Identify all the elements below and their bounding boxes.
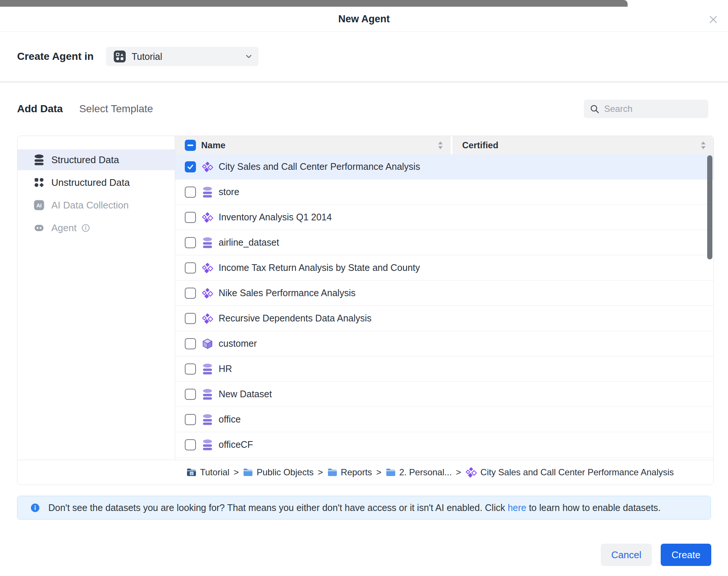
breadcrumb-separator: >: [376, 467, 381, 478]
create-agent-in-row: Create Agent in Tutorial: [17, 47, 258, 66]
sidebar-item-ai-data-collection: AIAI Data Collection: [17, 195, 175, 216]
table-row[interactable]: customer: [175, 331, 713, 356]
name-column-header[interactable]: Name: [175, 136, 451, 154]
report-icon: [202, 287, 213, 299]
table-row[interactable]: airline_dataset: [175, 230, 713, 255]
report-icon: [202, 161, 213, 173]
row-checkbox[interactable]: [185, 414, 196, 425]
table-row[interactable]: office: [175, 407, 713, 432]
table-row[interactable]: City Sales and Call Center Performance A…: [175, 154, 713, 179]
dataset-icon: [202, 186, 213, 198]
breadcrumb-label: Reports: [341, 467, 372, 478]
modal-title: New Agent: [0, 7, 728, 32]
breadcrumb-item[interactable]: 2. Personal...: [386, 467, 452, 478]
breadcrumb-label: City Sales and Call Center Performance A…: [480, 467, 674, 478]
row-checkbox[interactable]: [185, 338, 196, 349]
workspace-select[interactable]: Tutorial: [106, 47, 258, 66]
folder-icon: [327, 467, 338, 477]
breadcrumb-separator: >: [233, 467, 239, 478]
row-checkbox[interactable]: [185, 262, 196, 274]
row-label: HR: [219, 363, 232, 374]
breadcrumb-separator: >: [456, 467, 461, 478]
sidebar-item-structured-data[interactable]: Structured Data: [17, 149, 175, 170]
search-input[interactable]: [604, 104, 697, 114]
banner-text-after: to learn how to enable datasets.: [526, 502, 660, 513]
close-icon[interactable]: [708, 14, 718, 25]
row-checkbox[interactable]: [185, 288, 196, 299]
dataset-rows: City Sales and Call Center Performance A…: [175, 154, 713, 457]
dataset-icon: [202, 388, 213, 400]
sort-icon[interactable]: [700, 141, 706, 149]
name-column-label: Name: [201, 140, 225, 151]
certified-column-header[interactable]: Certified: [452, 136, 713, 154]
breadcrumb-item[interactable]: Reports: [327, 467, 372, 478]
workspace-value: Tutorial: [132, 51, 162, 62]
row-label: Inventory Analysis Q1 2014: [219, 212, 332, 223]
scrollbar-thumb[interactable]: [707, 155, 712, 259]
report-icon: [465, 466, 477, 478]
cube-icon: [202, 338, 213, 350]
certified-column-label: Certified: [462, 140, 498, 151]
sidebar-item-label: Unstructured Data: [51, 177, 130, 188]
row-label: office: [219, 414, 241, 425]
sort-icon[interactable]: [438, 141, 443, 149]
dataset-icon: [202, 363, 213, 375]
tab-add-data[interactable]: Add Data: [17, 102, 63, 116]
row-label: New Dataset: [219, 389, 272, 399]
table-row[interactable]: Nike Sales Performance Analysis: [175, 281, 713, 306]
here-link[interactable]: here: [508, 502, 526, 513]
select-all-checkbox[interactable]: [185, 140, 196, 151]
breadcrumb-label: Tutorial: [200, 467, 229, 478]
report-icon: [202, 313, 213, 324]
breadcrumb-item[interactable]: Public Objects: [243, 467, 313, 478]
footer-actions: Cancel Create: [601, 544, 711, 566]
info-icon[interactable]: [81, 224, 90, 232]
table-row[interactable]: store: [175, 179, 713, 205]
search-box: [584, 100, 708, 118]
new-agent-modal: New Agent Create Agent in Tutorial Add D…: [0, 7, 728, 576]
data-picker-main: Structured DataUnstructured DataAIAI Dat…: [17, 136, 713, 460]
cancel-button[interactable]: Cancel: [601, 544, 652, 566]
row-checkbox[interactable]: [185, 313, 196, 324]
row-label: Nike Sales Performance Analysis: [219, 288, 355, 298]
row-checkbox[interactable]: [185, 237, 196, 248]
table-row[interactable]: Inventory Analysis Q1 2014: [175, 205, 713, 230]
row-checkbox[interactable]: [185, 212, 196, 223]
folder-icon: [243, 467, 253, 477]
table-row[interactable]: Recursive Dependents Data Analysis: [175, 306, 713, 331]
row-label: Income Tax Return Analysis by State and …: [219, 262, 420, 273]
table-row[interactable]: Income Tax Return Analysis by State and …: [175, 255, 713, 281]
row-checkbox[interactable]: [185, 389, 196, 400]
row-checkbox[interactable]: [185, 363, 196, 375]
row-checkbox[interactable]: [185, 187, 196, 198]
data-type-sidebar: Structured DataUnstructured DataAIAI Dat…: [17, 136, 175, 460]
breadcrumb: Tutorial>Public Objects>Reports>2. Perso…: [17, 460, 713, 485]
row-label: airline_dataset: [219, 237, 279, 248]
table-row[interactable]: New Dataset: [175, 382, 713, 407]
sidebar-item-label: AI Data Collection: [51, 200, 129, 211]
table-header: Name Certified: [175, 136, 713, 154]
search-icon: [590, 104, 600, 114]
chevron-down-icon: [246, 55, 252, 58]
sidebar-item-unstructured-data[interactable]: Unstructured Data: [17, 172, 175, 193]
info-banner: Don't see the datasets you are looking f…: [17, 496, 711, 520]
tab-bar: Add Data Select Template: [17, 102, 153, 116]
breadcrumb-separator: >: [318, 467, 323, 478]
sidebar-item-label: Structured Data: [51, 154, 119, 166]
dataset-icon: [202, 439, 213, 451]
tab-select-template[interactable]: Select Template: [79, 102, 153, 116]
table-row[interactable]: HR: [175, 356, 713, 382]
workspace-icon: [113, 50, 126, 63]
banner-text-before: Don't see the datasets you are looking f…: [48, 502, 508, 513]
data-picker-container: Structured DataUnstructured DataAIAI Dat…: [17, 136, 714, 485]
row-checkbox[interactable]: [185, 161, 196, 172]
table-row[interactable]: officeCF: [175, 432, 713, 457]
banner-text: Don't see the datasets you are looking f…: [48, 502, 661, 513]
project-folder-icon: [186, 467, 197, 477]
breadcrumb-item[interactable]: Tutorial: [186, 467, 229, 478]
sidebar-item-label: Agent: [51, 222, 77, 234]
breadcrumb-item[interactable]: City Sales and Call Center Performance A…: [465, 466, 674, 478]
dataset-icon: [202, 414, 213, 425]
create-button[interactable]: Create: [661, 544, 711, 566]
row-checkbox[interactable]: [185, 439, 196, 450]
